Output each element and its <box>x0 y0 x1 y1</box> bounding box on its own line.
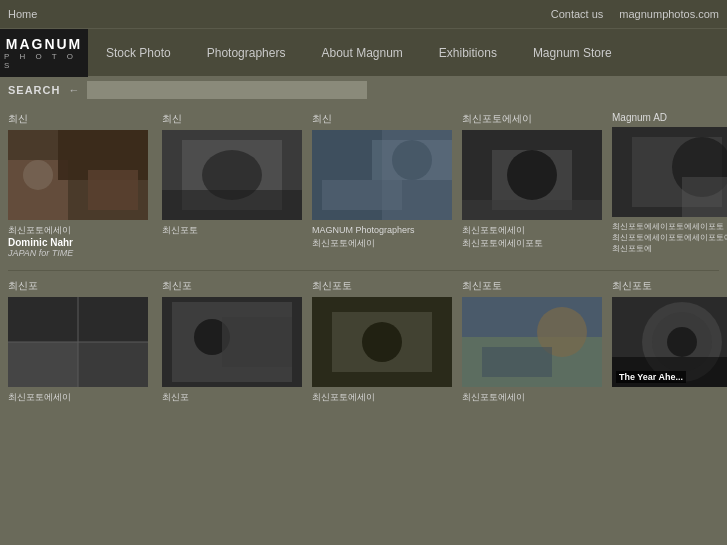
svg-rect-17 <box>462 200 602 220</box>
thumb-r2-1[interactable] <box>8 297 148 387</box>
cell-r1-3-text2: 최신포토에세이 <box>312 237 454 250</box>
grid-row-1: 최신 최신포토에세이 Dominic Nahr JAPAN for TIME <box>0 104 727 270</box>
thumb-r2-2[interactable] <box>162 297 302 387</box>
svg-rect-39 <box>482 347 552 377</box>
main-content: 최신 최신포토에세이 Dominic Nahr JAPAN for TIME <box>0 104 727 545</box>
grid-row-2: 최신포 최신포토에세이 최신포 <box>0 271 727 416</box>
svg-rect-12 <box>322 180 402 210</box>
thumb-r2-3[interactable] <box>312 297 452 387</box>
cell-r1-2-text1: 최신포토 <box>162 224 304 237</box>
cell-r2-5-label: 최신포토 <box>612 279 727 293</box>
cell-r1-5-label: Magnum AD <box>612 112 727 123</box>
thumb-r1-2[interactable] <box>162 130 302 220</box>
logo-photos: P H O T O S <box>4 52 84 70</box>
cell-r2-3-text1: 최신포토에세이 <box>312 391 454 404</box>
grid-cell-r2-5: 최신포토 The Year Ahe... <box>608 279 727 412</box>
search-bar: SEARCH ← <box>0 76 727 104</box>
thumb-r1-5[interactable] <box>612 127 727 217</box>
topbar-site[interactable]: magnumphotos.com <box>619 8 719 20</box>
header: MAGNUM P H O T O S Stock Photo Photograp… <box>0 28 727 76</box>
thumb-r1-4[interactable] <box>462 130 602 220</box>
cell-r1-4-text2: 최신포토에세이포토 <box>462 237 604 250</box>
cell-r2-4-info: 최신포토에세이 <box>462 391 604 404</box>
cell-r1-5-text2: 최신포토에세이포토에세이포토에세이 <box>612 232 727 243</box>
grid-cell-r1-2: 최신 최신포토 <box>158 112 308 266</box>
grid-cell-r2-4: 최신포토 최신포토에세이 <box>458 279 608 412</box>
cell-r1-1-text1: 최신포토에세이 <box>8 224 154 237</box>
cell-r2-1-info: 최신포토에세이 <box>8 391 154 404</box>
cell-r2-4-text1: 최신포토에세이 <box>462 391 604 404</box>
cell-r1-4-text1: 최신포토에세이 <box>462 224 604 237</box>
svg-rect-25 <box>8 342 78 387</box>
logo-magnum: MAGNUM <box>6 36 83 52</box>
thumb-r1-1[interactable] <box>8 130 148 220</box>
grid-cell-r1-5: Magnum AD 최신포토에세이포토에세이포토 최신포토에세이포토에세이포토에… <box>608 112 727 266</box>
logo[interactable]: MAGNUM P H O T O S <box>0 29 88 77</box>
grid-cell-r2-3: 최신포토 최신포토에세이 <box>308 279 458 412</box>
search-arrow-icon: ← <box>68 84 79 96</box>
topbar-left: Home <box>8 8 551 20</box>
cell-r1-1-bold: Dominic Nahr <box>8 237 154 248</box>
svg-point-43 <box>667 327 697 357</box>
search-label: SEARCH <box>8 84 60 96</box>
topbar-home[interactable]: Home <box>8 8 37 20</box>
cell-r2-2-text1: 최신포 <box>162 391 304 404</box>
cell-r1-5-text1: 최신포토에세이포토에세이포토 <box>612 221 727 232</box>
cell-r2-2-info: 최신포 <box>162 391 304 404</box>
svg-point-3 <box>23 160 53 190</box>
nav-exhibitions[interactable]: Exhibitions <box>421 29 515 76</box>
nav-photographers[interactable]: Photographers <box>189 29 304 76</box>
cell-r2-2-label: 최신포 <box>162 279 304 293</box>
cell-r1-1-info: 최신포토에세이 Dominic Nahr JAPAN for TIME <box>8 224 154 258</box>
grid-cell-r1-4: 최신포토에세이 최신포토에세이 최신포토에세이포토 <box>458 112 608 266</box>
cell-r1-3-label: 최신 <box>312 112 454 126</box>
nav-stock-photo[interactable]: Stock Photo <box>88 29 189 76</box>
thumb-r2-4[interactable] <box>462 297 602 387</box>
svg-rect-31 <box>222 317 292 367</box>
nav-about[interactable]: About Magnum <box>303 29 420 76</box>
grid-cell-r2-2: 최신포 최신포 <box>158 279 308 412</box>
cell-r2-1-label: 최신포 <box>8 279 154 293</box>
thumb-r2-5[interactable]: The Year Ahe... <box>612 297 727 387</box>
cell-r2-3-label: 최신포토 <box>312 279 454 293</box>
cell-r1-4-label: 최신포토에세이 <box>462 112 604 126</box>
grid-cell-r2-1: 최신포 최신포토에세이 <box>8 279 158 412</box>
top-bar: Home Contact us magnumphotos.com <box>0 0 727 28</box>
thumb-r1-3[interactable] <box>312 130 452 220</box>
svg-point-35 <box>362 322 402 362</box>
cell-r2-3-info: 최신포토에세이 <box>312 391 454 404</box>
cell-r1-1-italic: JAPAN for TIME <box>8 248 154 258</box>
svg-rect-4 <box>88 170 138 210</box>
grid-cell-r1-3: 최신 MAGNUM Photographers 최신포토에세이 <box>308 112 458 266</box>
grid-cell-r1-1: 최신 최신포토에세이 Dominic Nahr JAPAN for TIME <box>8 112 158 266</box>
svg-rect-13 <box>372 140 452 180</box>
cell-r1-5-info: 최신포토에세이포토에세이포토 최신포토에세이포토에세이포토에세이 최신포토에 <box>612 221 727 255</box>
cell-r1-3-info: MAGNUM Photographers 최신포토에세이 <box>312 224 454 249</box>
svg-rect-8 <box>162 190 302 220</box>
cell-r1-1-label: 최신 <box>8 112 154 126</box>
main-nav: Stock Photo Photographers About Magnum E… <box>88 29 727 76</box>
cell-r1-5-text3: 최신포토에 <box>612 243 727 254</box>
topbar-right: Contact us magnumphotos.com <box>551 8 719 20</box>
cell-r2-4-label: 최신포토 <box>462 279 604 293</box>
topbar-contact[interactable]: Contact us <box>551 8 604 20</box>
svg-point-16 <box>507 150 557 200</box>
cell-r1-4-info: 최신포토에세이 최신포토에세이포토 <box>462 224 604 249</box>
year-ahead-label: The Year Ahe... <box>616 371 686 383</box>
search-input[interactable] <box>87 81 367 99</box>
svg-rect-22 <box>682 177 727 217</box>
cell-r1-2-info: 최신포토 <box>162 224 304 237</box>
cell-r1-2-label: 최신 <box>162 112 304 126</box>
cell-r1-3-text1: MAGNUM Photographers <box>312 224 454 237</box>
cell-r2-1-text1: 최신포토에세이 <box>8 391 154 404</box>
nav-store[interactable]: Magnum Store <box>515 29 630 76</box>
